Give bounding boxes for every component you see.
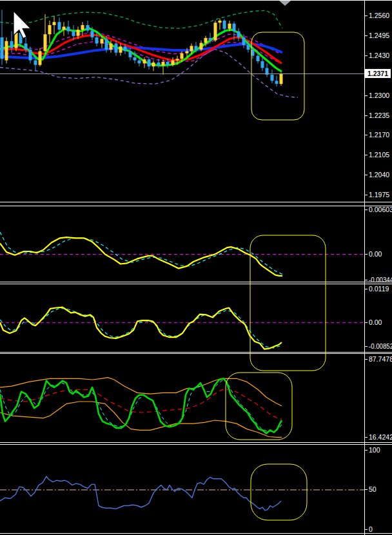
candle-body [157, 63, 161, 66]
axis-label: 50 [369, 485, 377, 493]
highlight-box[interactable] [251, 464, 307, 520]
candle-body [15, 33, 18, 48]
candle-body [162, 62, 165, 66]
axis-label: 0.0119 [369, 285, 389, 293]
candle-body [176, 59, 179, 60]
candle-body [181, 54, 184, 59]
candle-body [129, 51, 132, 57]
candle-body [200, 43, 203, 50]
candle-body [86, 25, 90, 31]
series-main-yellow [0, 237, 282, 276]
candle-body [72, 32, 75, 36]
candle-body [91, 31, 94, 37]
candle-body [133, 57, 137, 61]
value-axis-osc-c[interactable]: 87.747816.4242 [364, 355, 392, 441]
candle-body [148, 59, 151, 66]
candle-body [166, 62, 170, 65]
scroll-marker-icon[interactable] [279, 1, 291, 6]
axis-label: 1.2170 [369, 131, 389, 139]
axis-label: 1.2430 [369, 52, 389, 59]
candle-body [101, 39, 104, 43]
candle-body [110, 44, 113, 50]
candle-body [1, 37, 4, 59]
axis-label: -0.00852 [369, 342, 392, 350]
candle-body [275, 81, 279, 84]
axis-label: 0.00 [369, 250, 382, 258]
value-axis-osc-a[interactable]: 0.006030.00-0.00344 [364, 206, 392, 284]
candle-body [34, 61, 37, 65]
axis-label: 1.2235 [369, 112, 389, 119]
axis-label: 87.7478 [369, 355, 392, 363]
candle-body [10, 41, 14, 48]
value-axis-osc-b[interactable]: 0.01190.00-0.00852 [364, 285, 392, 351]
candle-body [237, 32, 240, 38]
candle-body [124, 46, 127, 51]
current-price-label: 1.2371 [365, 69, 391, 78]
candle-body [24, 44, 28, 50]
axis-label: 0 [369, 525, 373, 533]
candle-body [186, 51, 189, 53]
candle-body [39, 51, 42, 64]
candle-body [63, 26, 66, 30]
value-axis-osc-d[interactable]: 100500 [364, 446, 380, 533]
panel-osc-a[interactable]: 0.006030.00-0.00344 [0, 206, 392, 284]
candle-body [53, 22, 56, 25]
chart-window[interactable]: 1.25601.24951.24301.23001.22351.21701.21… [0, 0, 392, 535]
candle-body [95, 37, 99, 44]
candle-body [172, 61, 175, 65]
candle-body [58, 22, 61, 30]
chart-canvas[interactable]: 1.25601.24951.24301.23001.22351.21701.21… [0, 0, 392, 535]
candle-body [190, 46, 193, 51]
candle-body [195, 46, 198, 50]
candle-body [81, 25, 84, 30]
series-signal-cyan-dashed [0, 308, 281, 348]
candle-body [115, 44, 118, 53]
axis-label: 1.2105 [369, 151, 389, 159]
series-main-yellow [0, 307, 282, 349]
candle-body [152, 63, 155, 66]
value-axis-price[interactable]: 1.25601.24951.24301.23001.22351.21701.21… [364, 12, 389, 199]
candle-body [143, 59, 146, 63]
axis-label: 1.2300 [369, 92, 389, 99]
panel-osc-b[interactable]: 0.01190.00-0.00852 [0, 284, 392, 353]
candle-body [209, 38, 212, 41]
candle-body [119, 46, 122, 53]
series-signal-cyan-dashed [0, 232, 282, 274]
axis-label: -0.00344 [369, 276, 392, 284]
axis-label: 16.4242 [369, 433, 392, 441]
axis-label: 1.1975 [369, 191, 389, 199]
panel-price[interactable]: 1.25601.24951.24301.23001.22351.21701.21… [0, 1, 392, 202]
panel-osc-c[interactable]: 87.747816.4242 [0, 354, 392, 443]
candle-body [261, 61, 264, 68]
candle-body [242, 37, 246, 45]
candle-body [214, 23, 217, 41]
panel-osc-d[interactable]: 100500 [0, 445, 392, 534]
axis-label: 100 [369, 446, 380, 454]
series-band-orange-lower [0, 402, 282, 437]
axis-label: 1.2495 [369, 32, 389, 39]
candle-body [223, 21, 226, 29]
candle-body [219, 21, 222, 23]
axis-label: 1.2560 [369, 12, 389, 19]
candle-body [5, 41, 8, 61]
candle-body [77, 30, 80, 36]
candle-body [228, 24, 231, 29]
candle-body [105, 39, 108, 50]
candle-body [48, 25, 52, 34]
axis-label: 0.00603 [369, 206, 392, 213]
highlight-box[interactable] [250, 235, 326, 371]
axis-label: 1.2040 [369, 171, 389, 179]
series-band-orange-upper [0, 378, 282, 406]
series-main-blue [0, 476, 281, 511]
candle-body [280, 74, 283, 84]
candle-body [29, 50, 32, 61]
candle-body [67, 26, 70, 31]
candle-body [44, 34, 47, 51]
series-upper-band-green-dashed [0, 10, 282, 28]
candle-body [247, 45, 250, 50]
axis-label: 0.00 [369, 318, 382, 326]
candle-body [271, 75, 274, 81]
candle-body [257, 56, 260, 62]
candle-body [204, 38, 208, 43]
candle-body [233, 24, 236, 32]
